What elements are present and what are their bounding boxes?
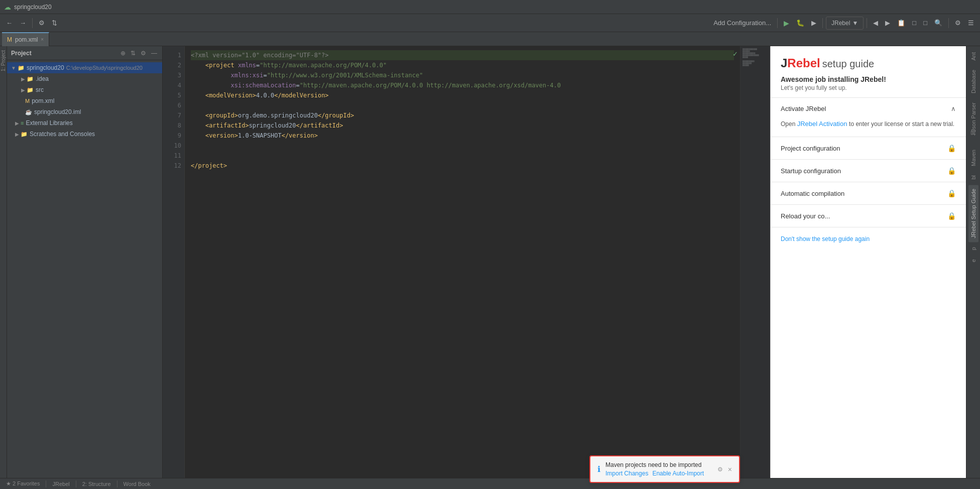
- notif-close-btn[interactable]: ×: [728, 465, 732, 473]
- bottom-tab-wordbook[interactable]: Word Book: [119, 478, 155, 490]
- code-line-4: xsi:schemaLocation="http://maven.apache.…: [191, 80, 734, 90]
- toolbar-extra-4[interactable]: □: [909, 17, 919, 30]
- right-tab-e[interactable]: e: [968, 255, 978, 266]
- toolbar-extra-3[interactable]: 📋: [894, 17, 908, 30]
- tree-item-iml[interactable]: ☕ springcloud20.iml: [7, 106, 162, 117]
- tree-root[interactable]: ▼ 📁 springcloud20 C:\developStudy\spring…: [7, 62, 162, 73]
- step-startup-config-lock: 🔒: [947, 167, 956, 175]
- right-tab-p[interactable]: p: [968, 243, 978, 254]
- right-tab-add[interactable]: 加: [967, 137, 979, 145]
- tab-icon: M: [7, 36, 12, 43]
- panel-sort-btn[interactable]: ⇅: [130, 49, 137, 58]
- settings-btn[interactable]: ⚙: [36, 17, 48, 30]
- dont-show-link[interactable]: Don't show the setup guide again: [781, 235, 870, 242]
- step-activate-header[interactable]: Activate JRebel ∧: [771, 98, 966, 119]
- tree-item-src[interactable]: ▶ 📁 src: [7, 84, 162, 95]
- toolbar-extra-5[interactable]: □: [920, 17, 930, 30]
- coverage-btn[interactable]: ▶: [808, 17, 819, 30]
- step-project-config-header[interactable]: Project configuration 🔒: [771, 137, 966, 159]
- panel-title: Project: [11, 50, 116, 57]
- project-panel-header: Project ⊕ ⇅ ⚙ —: [7, 46, 162, 60]
- jrebel-activation-link[interactable]: JRebel Activation: [797, 120, 847, 128]
- far-left-panel: 1: Project: [0, 46, 7, 489]
- right-tab-bl[interactable]: bl: [968, 171, 978, 184]
- app-icon: ☁: [4, 3, 11, 11]
- toolbar-sep-3: [822, 18, 823, 28]
- line-num-8: 8: [166, 120, 181, 131]
- panel-group-btn[interactable]: ⊕: [119, 49, 127, 58]
- scratches-icon: 📁: [21, 131, 28, 138]
- debug-btn[interactable]: 🐛: [793, 17, 807, 30]
- run-config-dropdown[interactable]: JRebel ▼: [826, 17, 864, 30]
- toolbar-right-1[interactable]: ⚙: [952, 17, 964, 30]
- tree-item-idea[interactable]: ▶ 📁 .idea: [7, 73, 162, 84]
- notif-settings-btn[interactable]: ⚙: [717, 466, 723, 473]
- notif-info-icon: ℹ: [597, 464, 600, 474]
- line-num-12: 12: [166, 161, 181, 171]
- jrebel-logo: JRebel setup guide: [781, 56, 956, 70]
- bottom-tab-structure[interactable]: 2: Structure: [78, 478, 115, 490]
- import-changes-link[interactable]: Import Changes: [605, 470, 648, 477]
- tab-close-btn[interactable]: ×: [41, 37, 44, 42]
- step-reload-title: Reload your co...: [781, 212, 830, 220]
- bottom-tab-favorites[interactable]: ★ 2 Favorites: [2, 478, 44, 490]
- idea-name: .idea: [36, 75, 49, 82]
- tree-item-pom[interactable]: M pom.xml: [7, 95, 162, 106]
- tab-bar: M pom.xml ×: [0, 32, 980, 46]
- enable-auto-import-link[interactable]: Enable Auto-Import: [652, 470, 704, 477]
- panel-minimize-btn[interactable]: —: [150, 49, 158, 58]
- left-tab-project[interactable]: 1: Project: [0, 46, 7, 75]
- ext-libs-name: External Libraries: [26, 119, 72, 127]
- code-body[interactable]: <?xml version="1.0" encoding="UTF-8"?> <…: [185, 46, 740, 489]
- toolbar-search-btn[interactable]: 🔍: [931, 17, 945, 30]
- add-config-btn[interactable]: Add Configuration...: [710, 17, 774, 30]
- src-arrow: ▶: [21, 87, 25, 93]
- toolbar-extra-1[interactable]: ◀: [870, 17, 881, 30]
- right-tab-json-parser[interactable]: Json Parser: [968, 98, 978, 136]
- code-line-11: [191, 151, 734, 161]
- toolbar: ← → ⚙ ⇅ Add Configuration... ▶ 🐛 ▶ JRebe…: [0, 14, 980, 32]
- step-activate: Activate JRebel ∧ Open JRebel Activation…: [771, 98, 966, 137]
- code-content[interactable]: 1 2 3 4 5 6 7 8 9 10 11 12 <?xml version…: [163, 46, 770, 489]
- toolbar-right-2[interactable]: ☰: [965, 17, 977, 30]
- line-numbers: 1 2 3 4 5 6 7 8 9 10 11 12: [163, 46, 185, 489]
- jrebel-header: JRebel setup guide Awesome job installin…: [771, 46, 966, 98]
- sync-btn[interactable]: ⇅: [49, 17, 60, 30]
- idea-folder-icon: 📁: [27, 76, 34, 82]
- activate-section: Open JRebel Activation to enter your lic…: [771, 119, 966, 137]
- line-num-5: 5: [166, 90, 181, 100]
- step-project-config: Project configuration 🔒: [771, 137, 966, 160]
- right-tab-database[interactable]: Database: [968, 66, 978, 97]
- notif-links: Import Changes Enable Auto-Import: [605, 470, 712, 477]
- bottom-tab-jrebel[interactable]: JRebel: [48, 478, 73, 490]
- title-bar-text: springcloud20: [14, 4, 52, 11]
- right-tab-maven[interactable]: Maven: [968, 146, 978, 170]
- tab-pom-xml[interactable]: M pom.xml ×: [2, 32, 49, 46]
- tree-item-ext-libs[interactable]: ▶ ≡ External Libraries: [7, 117, 162, 129]
- line-num-7: 7: [166, 110, 181, 120]
- maven-notification: ℹ Maven projects need to be imported Imp…: [589, 455, 740, 483]
- setup-steps: Activate JRebel ∧ Open JRebel Activation…: [771, 98, 966, 489]
- step-reload-header[interactable]: Reload your co... 🔒: [771, 205, 966, 227]
- notif-text-area: Maven projects need to be imported Impor…: [605, 461, 712, 477]
- toolbar-sep-4: [867, 18, 867, 28]
- right-tab-ant[interactable]: Ant: [968, 48, 978, 65]
- run-btn[interactable]: ▶: [781, 17, 792, 30]
- jrebel-rebel-text: Rebel: [787, 56, 820, 70]
- right-tab-jrebel-guide[interactable]: JRebel Setup Guide: [968, 185, 978, 242]
- root-folder-icon: 📁: [18, 65, 25, 71]
- dont-show-section: Don't show the setup guide again: [771, 227, 966, 251]
- activate-text-open: Open: [781, 120, 797, 128]
- code-line-1: <?xml version="1.0" encoding="UTF-8"?>: [191, 50, 734, 60]
- step-startup-config-header[interactable]: Startup configuration 🔒: [771, 160, 966, 182]
- navigate-back-btn[interactable]: ←: [3, 17, 16, 30]
- navigate-forward-btn[interactable]: →: [17, 17, 29, 30]
- line-num-3: 3: [166, 70, 181, 80]
- ext-libs-icon: ≡: [21, 120, 24, 126]
- step-auto-compile-header[interactable]: Automatic compilation 🔒: [771, 182, 966, 204]
- panel-settings-btn[interactable]: ⚙: [140, 49, 147, 58]
- toolbar-extra-2[interactable]: ▶: [882, 17, 893, 30]
- editor-area: 1 2 3 4 5 6 7 8 9 10 11 12 <?xml version…: [163, 46, 770, 489]
- code-line-10: [191, 141, 734, 151]
- tree-item-scratches[interactable]: ▶ 📁 Scratches and Consoles: [7, 129, 162, 140]
